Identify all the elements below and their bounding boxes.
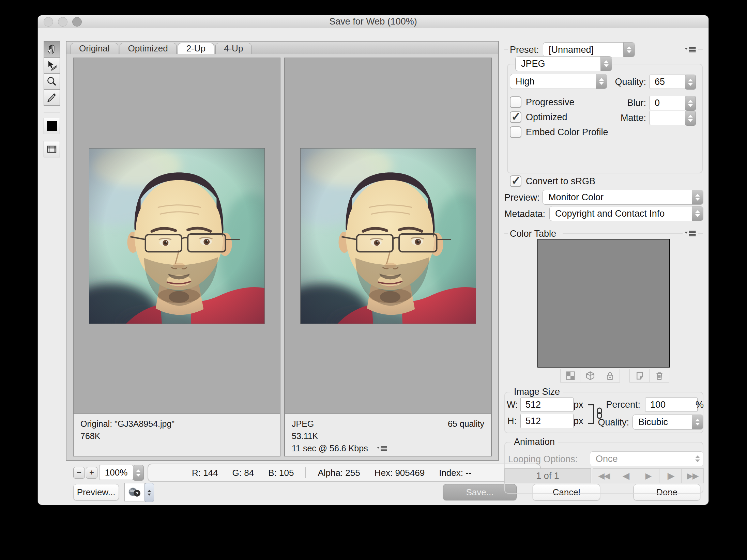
tab-original[interactable]: Original: [71, 43, 118, 54]
zoom-tool-button[interactable]: [44, 73, 60, 90]
animation-title: Animation: [510, 437, 558, 447]
readout-divider: [305, 467, 306, 478]
width-label: W:: [507, 400, 518, 410]
desktop: { "window": { "title": "Save for Web (10…: [0, 0, 747, 560]
lock-color-button[interactable]: [600, 369, 620, 383]
eyedropper-tool-button[interactable]: [44, 89, 60, 106]
optimized-download-time: 11 sec @ 56.6 Kbps: [292, 442, 368, 454]
zoom-out-button[interactable]: −: [73, 467, 85, 479]
color-table-title: Color Table: [510, 229, 556, 239]
web-shift-button[interactable]: [580, 369, 600, 383]
readout-index: Index: --: [439, 468, 471, 478]
quality-stepper[interactable]: [685, 75, 696, 90]
original-info-bar: Original: "GJ3A8954.jpg" 768K: [74, 414, 280, 456]
progressive-checkbox[interactable]: [510, 96, 521, 108]
original-pane: Original: "GJ3A8954.jpg" 768K: [73, 58, 280, 456]
hand-tool-button[interactable]: [44, 41, 60, 58]
transparency-checker-icon: [566, 371, 575, 380]
preview-in-browser-button[interactable]: Preview...: [73, 484, 119, 500]
optimized-image-area[interactable]: [285, 58, 491, 414]
looping-options-popup[interactable]: Once: [590, 451, 703, 466]
height-field[interactable]: 512: [520, 414, 574, 428]
tab-2up[interactable]: 2-Up: [178, 43, 214, 54]
color-table-divider-right: [698, 233, 703, 234]
readout-hex: Hex: 905469: [375, 468, 425, 478]
slice-select-icon: [46, 60, 58, 71]
resample-quality-popup[interactable]: Bicubic: [632, 415, 703, 430]
color-readout-bar: R: 144 G: 84 B: 105 Alpha: 255 Hex: 9054…: [148, 464, 541, 482]
original-image-area[interactable]: [74, 58, 280, 414]
fast-forward-button[interactable]: ▶▶: [681, 468, 704, 483]
delete-color-button[interactable]: [649, 369, 669, 383]
animation-group: Animation: [504, 442, 703, 494]
browser-list-stepper[interactable]: [144, 483, 154, 502]
zoom-level-field[interactable]: 100%: [99, 465, 133, 480]
preset-popup-arrows-icon: [623, 43, 635, 57]
view-tabs: Original Optimized 2-Up 4-Up: [66, 42, 498, 54]
readout-r: R: 144: [192, 468, 218, 478]
tool-column: [44, 42, 60, 157]
zoom-level-stepper[interactable]: [133, 465, 144, 481]
convert-to-srgb-checkbox[interactable]: [510, 175, 521, 187]
toggle-slices-visibility-button[interactable]: [44, 141, 60, 157]
zoom-in-button[interactable]: +: [86, 467, 97, 479]
image-size-title: Image Size: [510, 387, 563, 397]
select-browser-button[interactable]: ?: [124, 483, 145, 501]
play-button[interactable]: ▶: [637, 468, 659, 483]
magnifier-icon: [46, 76, 58, 87]
playback-controls: ◀◀◀|▶|▶▶▶: [593, 468, 704, 483]
quality-field[interactable]: 65: [650, 75, 689, 89]
map-transparency-button[interactable]: [560, 369, 580, 383]
trash-icon: [655, 371, 664, 380]
preview-canvas: Original: "GJ3A8954.jpg" 768K JPEG 65 qu…: [66, 54, 498, 460]
color-table-menu-icon[interactable]: [685, 230, 696, 237]
width-px-unit: px: [574, 400, 583, 410]
matte-stepper[interactable]: [685, 111, 696, 126]
preview-area: Original Optimized 2-Up 4-Up Original: "…: [66, 41, 499, 461]
optimized-format: JPEG: [292, 418, 314, 430]
embed-color-profile-checkbox[interactable]: [510, 126, 521, 138]
slice-select-tool-button[interactable]: [44, 57, 60, 74]
optimized-checkbox[interactable]: [510, 111, 521, 123]
preview-label: Preview:: [504, 192, 540, 203]
optimized-pane: JPEG 65 quality 53.11K 11 sec @ 56.6 Kbp…: [284, 58, 492, 456]
download-speed-menu-icon[interactable]: [377, 445, 387, 451]
format-popup[interactable]: JPEG: [515, 56, 612, 71]
slices-visibility-icon: [46, 143, 58, 155]
readout-alpha: Alpha: 255: [318, 468, 360, 478]
resample-popup-arrows-icon: [692, 415, 703, 429]
new-color-button[interactable]: [629, 369, 650, 383]
new-item-icon: [635, 371, 644, 380]
metadata-popup-arrows-icon: [692, 206, 703, 221]
preview-popup[interactable]: Monitor Color: [543, 190, 703, 205]
tab-optimized[interactable]: Optimized: [120, 43, 177, 54]
readout-g: G: 84: [232, 468, 254, 478]
optimized-preview-image: [301, 149, 476, 324]
color-table-divider-left: [504, 233, 508, 234]
title-bar[interactable]: Save for Web (100%): [38, 15, 708, 28]
tab-4up[interactable]: 4-Up: [215, 43, 251, 54]
blur-field[interactable]: 0: [650, 96, 689, 110]
optimized-label: Optimized: [526, 112, 567, 123]
convert-to-srgb-label: Convert to sRGB: [526, 176, 595, 187]
preset-popup[interactable]: [Unnamed]: [543, 42, 635, 57]
matte-color-swatch[interactable]: [44, 118, 60, 134]
browser-globe-icon: ?: [127, 486, 142, 498]
quality-label: Quality:: [592, 77, 646, 87]
percent-field[interactable]: 100: [645, 398, 698, 412]
width-field[interactable]: 512: [520, 398, 574, 412]
color-table-swatches[interactable]: [537, 239, 670, 368]
next-frame-button[interactable]: |▶: [659, 468, 682, 483]
matte-label: Matte:: [592, 113, 646, 123]
color-table-buttons-left: [561, 369, 620, 383]
looping-popup-arrows-icon: [692, 452, 703, 466]
metadata-popup[interactable]: Copyright and Contact Info: [549, 206, 703, 221]
eyedropper-icon: [46, 92, 58, 103]
optimize-menu-icon[interactable]: [685, 46, 696, 53]
blur-stepper[interactable]: [685, 96, 696, 111]
hand-icon: [46, 44, 58, 55]
matte-field[interactable]: [650, 111, 689, 125]
save-for-web-dialog: Save for Web (100%) Original Optimized: [38, 15, 708, 505]
rewind-button[interactable]: ◀◀: [593, 468, 615, 483]
prev-frame-button[interactable]: ◀|: [615, 468, 637, 483]
